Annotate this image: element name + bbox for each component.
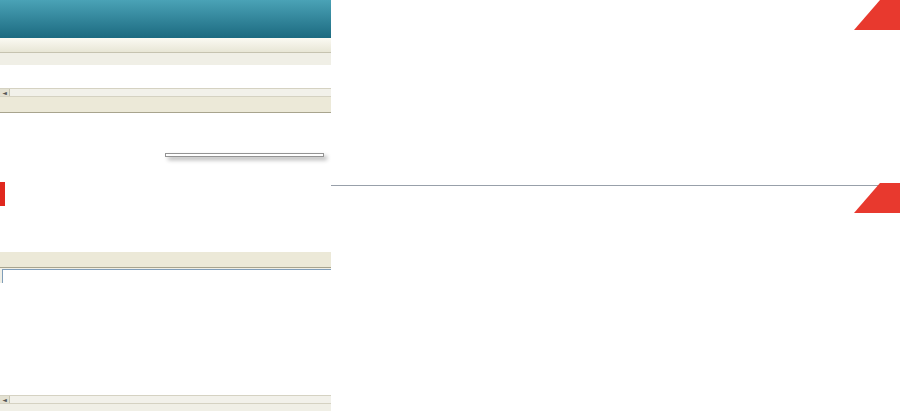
scroll-left-icon[interactable]: ◄ bbox=[0, 89, 10, 96]
product-table-hscrollbar[interactable]: ◄ bbox=[0, 88, 331, 97]
wps-window-bom-list bbox=[331, 185, 900, 411]
parts-table-hscrollbar[interactable]: ◄ bbox=[0, 395, 331, 404]
parts-filter-input[interactable] bbox=[2, 269, 332, 284]
plm-main-toolbar bbox=[0, 0, 331, 38]
plm-secondary-toolbar bbox=[0, 38, 331, 53]
plm-window: ◄ ◄ bbox=[0, 0, 332, 411]
screenshot-root: ◄ ◄ bbox=[0, 0, 900, 411]
config-table bbox=[0, 113, 331, 252]
red-annotation-edge bbox=[0, 182, 5, 206]
context-menu bbox=[165, 153, 324, 157]
main-tabs bbox=[0, 97, 331, 113]
detail-tabs bbox=[0, 252, 331, 268]
product-table bbox=[0, 65, 331, 88]
scroll-left-icon[interactable]: ◄ bbox=[0, 396, 10, 403]
parts-table bbox=[0, 283, 331, 395]
wps-window-material-list bbox=[331, 0, 900, 185]
